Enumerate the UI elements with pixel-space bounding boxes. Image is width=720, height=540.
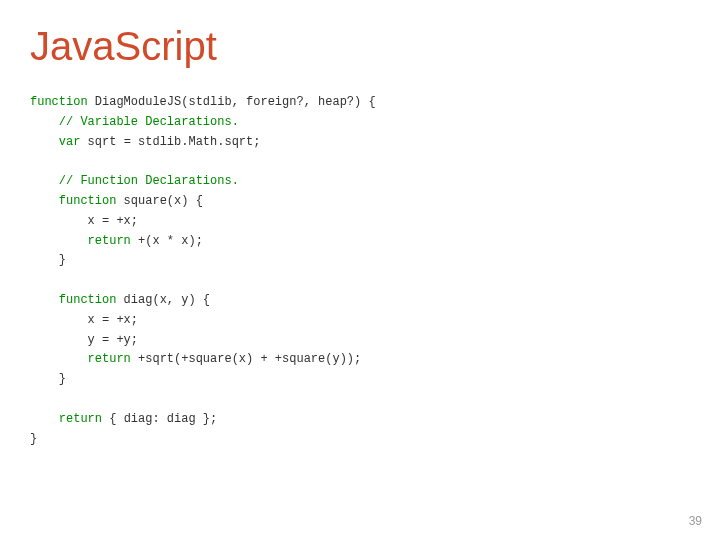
keyword: return [59,412,102,426]
code-text: sqrt = stdlib.Math.sqrt; [80,135,260,149]
slide-title: JavaScript [30,24,690,69]
code-text: } [30,372,66,386]
slide: JavaScript function DiagModuleJS(stdlib,… [0,0,720,540]
keyword: function [59,293,117,307]
comment: // Variable Declarations. [59,115,239,129]
indent [30,115,59,129]
keyword: var [59,135,81,149]
code-text: { diag: diag }; [102,412,217,426]
keyword: function [30,95,88,109]
indent [30,234,88,248]
code-text: } [30,432,37,446]
code-text: square(x) { [116,194,202,208]
page-number: 39 [689,514,702,528]
keyword: return [88,352,131,366]
indent [30,293,59,307]
code-text: DiagModuleJS(stdlib, foreign?, heap?) { [88,95,376,109]
code-text: x = +x; [30,214,138,228]
blank-line [30,273,37,287]
comment: // Function Declarations. [59,174,239,188]
code-text: +(x * x); [131,234,203,248]
code-text: } [30,253,66,267]
code-text: diag(x, y) { [116,293,210,307]
code-block: function DiagModuleJS(stdlib, foreign?, … [30,93,690,449]
indent [30,135,59,149]
indent [30,412,59,426]
keyword: function [59,194,117,208]
keyword: return [88,234,131,248]
code-text: x = +x; [30,313,138,327]
code-text: y = +y; [30,333,138,347]
indent [30,194,59,208]
code-text: +sqrt(+square(x) + +square(y)); [131,352,361,366]
indent [30,174,59,188]
indent [30,352,88,366]
blank-line [30,392,37,406]
blank-line [30,154,37,168]
